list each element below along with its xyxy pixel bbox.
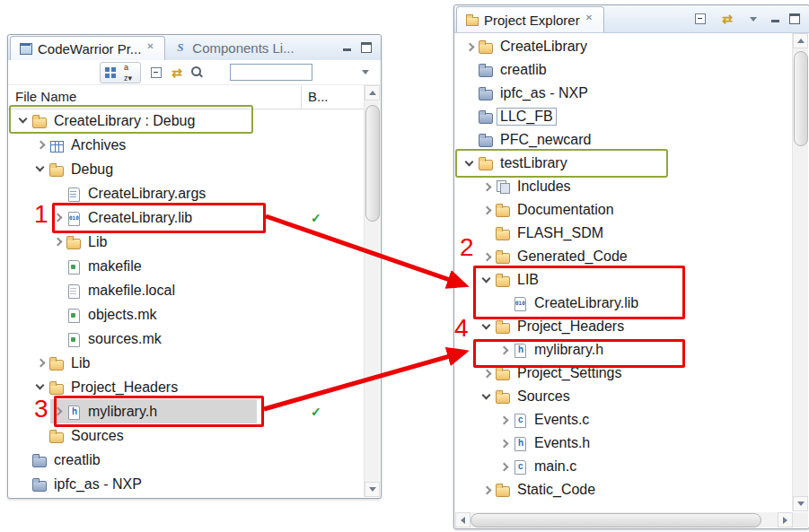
tree-item-label: creatlib: [497, 62, 550, 78]
close-tab-icon[interactable]: [145, 43, 156, 54]
tree-item-objects-mk[interactable]: objects.mk: [9, 302, 365, 327]
tree-item-events-h[interactable]: Events.h: [455, 432, 793, 455]
tab-codewarrior-projects[interactable]: CodeWarrior Pr...: [10, 36, 165, 60]
view-menu-icon[interactable]: [356, 63, 375, 83]
expander-closed-icon[interactable]: [479, 249, 495, 265]
tree-item-testlibrary[interactable]: testLibrary: [455, 152, 793, 175]
expander-open-icon[interactable]: [479, 273, 495, 288]
tree-item-events-c[interactable]: Events.c: [455, 408, 793, 432]
scroll-up-icon[interactable]: [793, 33, 808, 48]
expander-open-icon[interactable]: [16, 113, 31, 128]
column-file-name[interactable]: File Name: [15, 89, 76, 104]
expander-closed-icon[interactable]: [479, 179, 495, 195]
tree-item-mylibrary-h[interactable]: mylibrary.h: [9, 399, 365, 423]
tree-item-createlibrary[interactable]: CreateLibrary: [455, 35, 793, 58]
tree-item-lib[interactable]: Lib: [9, 230, 365, 254]
maximize-view-icon[interactable]: [788, 13, 801, 24]
expander-spacer: [50, 283, 66, 298]
file-lib-icon: [512, 296, 529, 310]
tree-item-label: creatlib: [51, 452, 103, 468]
expander-open-icon[interactable]: [462, 156, 478, 171]
horizontal-scrollbar[interactable]: [455, 512, 793, 528]
expander-closed-icon[interactable]: [497, 343, 512, 358]
tree-item-createlibrary-args[interactable]: CreateLibrary.args: [9, 181, 365, 205]
minimize-view-icon[interactable]: [769, 13, 782, 24]
tree-item-makefile[interactable]: makefile: [9, 254, 365, 278]
expander-closed-icon[interactable]: [497, 459, 512, 475]
expander-open-icon[interactable]: [479, 389, 495, 405]
tree-item-project-headers[interactable]: Project_Headers: [9, 375, 365, 399]
tree-item-project-settings[interactable]: Project_Settings: [455, 362, 793, 385]
expander-closed-icon[interactable]: [50, 234, 66, 249]
tree-item-debug[interactable]: Debug: [9, 157, 365, 181]
vertical-scrollbar[interactable]: [792, 33, 808, 511]
expander-closed-icon[interactable]: [497, 413, 512, 428]
expander-closed-icon[interactable]: [50, 210, 66, 225]
tree-item-sources[interactable]: Sources: [9, 423, 365, 448]
link-with-editor-icon[interactable]: [167, 63, 187, 83]
expander-closed-icon[interactable]: [479, 366, 495, 381]
minimize-view-icon[interactable]: [341, 42, 354, 53]
tree-item-lib[interactable]: Lib: [9, 351, 365, 375]
expander-open-icon[interactable]: [479, 319, 495, 335]
scroll-up-icon[interactable]: [365, 85, 380, 100]
tree-item-llc-fb[interactable]: LLC_FB: [455, 105, 793, 128]
collapse-all-icon[interactable]: [147, 63, 167, 83]
tree-item-lib[interactable]: LIB: [455, 268, 793, 292]
scroll-right-icon[interactable]: [778, 512, 793, 528]
tree-item-flash-sdm[interactable]: FLASH_SDM: [455, 222, 793, 245]
maximize-view-icon[interactable]: [360, 42, 373, 53]
expander-closed-icon[interactable]: [479, 203, 495, 218]
view-menu-icon[interactable]: [743, 9, 763, 29]
tree-item-sources-mk[interactable]: sources.mk: [9, 327, 365, 351]
expander-closed-icon[interactable]: [479, 483, 495, 498]
expander-closed-icon[interactable]: [50, 404, 66, 419]
tree-item-createlibrary-lib[interactable]: CreateLibrary.lib: [9, 205, 365, 230]
expander-closed-icon[interactable]: [462, 39, 478, 55]
link-with-editor-icon[interactable]: [717, 9, 737, 29]
scroll-left-icon[interactable]: [455, 512, 470, 528]
tree-item-main-c[interactable]: main.c: [455, 455, 793, 478]
tree-item-creatlib[interactable]: creatlib: [9, 448, 365, 472]
search-icon[interactable]: [187, 63, 207, 83]
close-tab-icon[interactable]: [585, 14, 595, 25]
tree-item-createlibrary-debug[interactable]: CreateLibrary : Debug: [9, 109, 365, 133]
expander-open-icon[interactable]: [33, 379, 48, 395]
tree-item-sources[interactable]: Sources: [455, 385, 793, 408]
filter-input[interactable]: [230, 64, 312, 81]
vertical-scrollbar[interactable]: [364, 85, 380, 497]
tree-item-ipfc-as-nxp[interactable]: ipfc_as - NXP: [9, 472, 365, 496]
collapse-all-icon[interactable]: [691, 9, 711, 29]
tree-item-label: Static_Code: [514, 482, 598, 498]
scrollbar-thumb[interactable]: [794, 51, 808, 146]
scrollbar-thumb[interactable]: [365, 105, 380, 222]
expander-closed-icon[interactable]: [497, 436, 512, 451]
tree-item-archives[interactable]: Archives: [9, 133, 365, 157]
column-build[interactable]: B...: [301, 85, 329, 109]
expander-open-icon[interactable]: [33, 161, 48, 177]
project-closed-icon: [31, 453, 48, 467]
tree-item-content: Events.h: [497, 432, 593, 455]
tree-item-createlibrary-lib[interactable]: CreateLibrary.lib: [455, 292, 793, 315]
left-tabbar: CodeWarrior Pr... Components Li...: [8, 35, 381, 61]
tree-item-documentation[interactable]: Documentation: [455, 198, 793, 222]
tab-components-library[interactable]: Components Li...: [165, 35, 302, 60]
tree-item-static-code[interactable]: Static_Code: [455, 478, 793, 501]
sort-alphabetical-icon[interactable]: [120, 63, 140, 83]
scrollbar-thumb[interactable]: [470, 513, 761, 528]
tree-item-generated-code[interactable]: Generated_Code: [455, 245, 793, 268]
tree-item-makefile-local[interactable]: makefile.local: [9, 278, 365, 302]
tree-item-project-headers[interactable]: Project_Headers: [455, 315, 793, 338]
scroll-down-icon[interactable]: [793, 496, 808, 511]
scroll-down-icon[interactable]: [365, 482, 380, 497]
grid-view-icon[interactable]: [101, 63, 120, 83]
tree-item-creatlib[interactable]: creatlib: [455, 58, 793, 82]
expander-closed-icon[interactable]: [33, 355, 48, 371]
tab-project-explorer[interactable]: Project Explorer: [456, 6, 604, 32]
tree-item-pfc-newcard[interactable]: PFC_newcard: [455, 128, 793, 152]
expander-closed-icon[interactable]: [33, 137, 48, 153]
tree-item-includes[interactable]: Includes: [455, 175, 793, 198]
tree-item-ipfc-as-nxp[interactable]: ipfc_as - NXP: [455, 82, 793, 105]
folder-open-icon: [495, 273, 512, 287]
tree-item-mylibrary-h[interactable]: mylibrary.h: [455, 338, 793, 362]
